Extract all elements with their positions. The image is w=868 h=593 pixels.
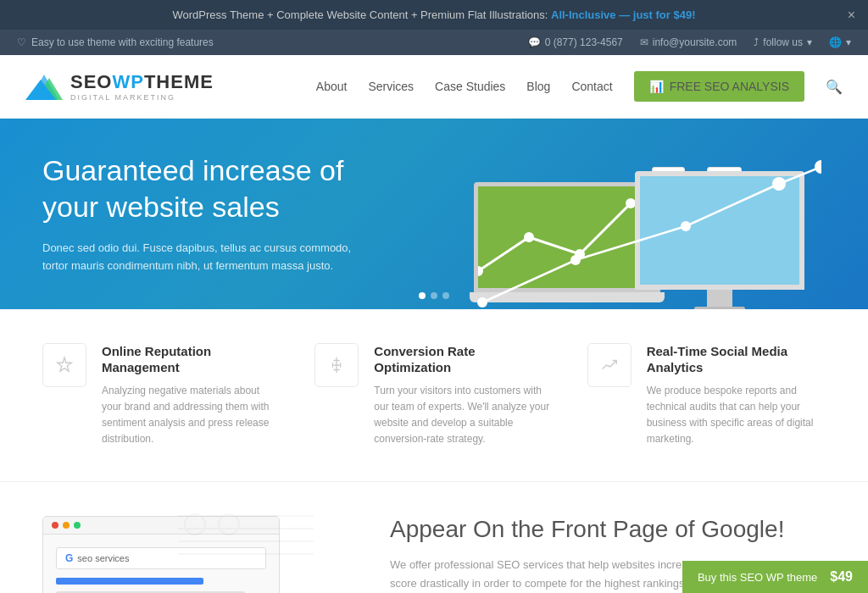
- browser-dot-yellow: [63, 522, 70, 529]
- email-link[interactable]: info@yoursite.com: [653, 36, 737, 48]
- close-button[interactable]: ×: [848, 8, 855, 23]
- search-icon[interactable]: 🔍: [826, 79, 843, 95]
- svg-point-20: [185, 514, 205, 535]
- nav-cta-button[interactable]: 📊 FREE SEO ANALYSIS: [634, 71, 804, 102]
- hero-heading: Guaranteed increase of your website sale…: [42, 152, 398, 224]
- follow-item[interactable]: ⤴ follow us ▾: [754, 36, 812, 48]
- feature-reputation-body: Online Reputation Management Analyzing n…: [102, 343, 281, 448]
- nav-about[interactable]: About: [316, 80, 348, 93]
- feature-conversion-title: Conversion Rate Optimization: [374, 343, 553, 376]
- nav-blog[interactable]: Blog: [526, 80, 550, 93]
- utility-bar: ♡ Easy to use theme with exciting featur…: [0, 30, 868, 55]
- email-item: ✉ info@yoursite.com: [640, 36, 737, 48]
- utility-right: 💬 0 (877) 123-4567 ✉ info@yoursite.com ⤴…: [528, 36, 851, 48]
- brand-name: SEOWPTHEME: [70, 71, 214, 93]
- email-icon: ✉: [640, 36, 648, 48]
- logo[interactable]: SEOWPTHEME DIGITAL MARKETING: [25, 68, 214, 106]
- monitor-screen-inner: [640, 176, 799, 285]
- laptop-screen: [474, 182, 660, 292]
- utility-tagline: Easy to use theme with exciting features: [31, 36, 214, 48]
- browser-dot-green: [74, 522, 81, 529]
- decorative-lines: [170, 507, 322, 592]
- brand-wp: WP: [112, 71, 143, 92]
- cta-label: FREE SEO ANALYSIS: [670, 80, 789, 93]
- brand-seo: SEO: [70, 71, 112, 92]
- hero-body: Donec sed odio dui. Fusce dapibus, tellu…: [42, 240, 356, 275]
- svg-point-4: [524, 232, 534, 242]
- announcement-bar: WordPress Theme + Complete Website Conte…: [0, 0, 868, 30]
- sticky-footer-label: Buy this SEO WP theme: [698, 571, 817, 584]
- nav-case-studies[interactable]: Case Studies: [435, 80, 505, 93]
- feature-conversion-desc: Turn your visitors into customers with o…: [374, 383, 553, 448]
- follow-label: follow us: [763, 36, 803, 48]
- phone-icon: 💬: [528, 36, 541, 48]
- hero-illustration: SEO SMM: [436, 136, 843, 309]
- feature-reputation-desc: Analyzing negative materials about your …: [102, 383, 281, 448]
- monitor-screen: [635, 171, 804, 290]
- conversion-icon: [314, 343, 359, 387]
- nav-services[interactable]: Services: [368, 80, 414, 93]
- phone-item: 💬 0 (877) 123-4567: [528, 36, 623, 48]
- globe-icon: 🌐: [829, 36, 842, 48]
- announcement-text: WordPress Theme + Complete Website Conte…: [172, 8, 551, 21]
- sticky-footer: Buy this SEO WP theme $49: [682, 561, 868, 593]
- nav-contact[interactable]: Contact: [571, 80, 612, 93]
- feature-analytics-title: Real-Time Social Media Analytics: [647, 343, 826, 376]
- google-logo: G: [65, 552, 73, 564]
- language-dropdown-icon: ▾: [846, 36, 851, 48]
- features-section: Online Reputation Management Analyzing n…: [0, 309, 868, 483]
- share-icon: ⤴: [754, 36, 759, 48]
- feature-reputation: Online Reputation Management Analyzing n…: [42, 343, 281, 448]
- bottom-left: G seo services: [42, 516, 339, 593]
- heart-icon: ♡: [17, 36, 26, 48]
- utility-left: ♡ Easy to use theme with exciting featur…: [17, 36, 214, 48]
- logo-icon: [25, 68, 64, 106]
- follow-dropdown-icon: ▾: [807, 36, 812, 48]
- hero-dot-2[interactable]: [431, 292, 437, 299]
- brand-theme: THEME: [144, 71, 214, 92]
- reputation-icon: [42, 343, 86, 387]
- logo-text: SEOWPTHEME DIGITAL MARKETING: [70, 71, 214, 102]
- feature-reputation-title: Online Reputation Management: [102, 343, 281, 376]
- hero-content: Guaranteed increase of your website sale…: [42, 152, 398, 275]
- phone-link[interactable]: 0 (877) 123-4567: [545, 36, 623, 48]
- logo-tagline: DIGITAL MARKETING: [70, 93, 214, 102]
- google-search-text: seo services: [77, 553, 129, 563]
- feature-analytics-body: Real-Time Social Media Analytics We prod…: [647, 343, 826, 448]
- language-item[interactable]: 🌐 ▾: [829, 36, 851, 48]
- monitor-illustration: [635, 171, 804, 308]
- hero-dots: [419, 292, 449, 299]
- bottom-heading: Appear On the Front Page of Google!: [390, 516, 826, 543]
- sticky-footer-price[interactable]: $49: [830, 569, 853, 585]
- analytics-icon: [587, 343, 632, 387]
- feature-conversion-body: Conversion Rate Optimization Turn your v…: [374, 343, 553, 448]
- laptop-illustration: [474, 182, 660, 302]
- chart-icon: 📊: [649, 80, 664, 93]
- svg-point-5: [575, 249, 585, 259]
- hero-dot-1[interactable]: [419, 292, 426, 299]
- announcement-highlight: All-Inclusive — just for $49!: [551, 8, 696, 21]
- hero-section: Guaranteed increase of your website sale…: [0, 119, 868, 309]
- nav-links: About Services Case Studies Blog Contact…: [316, 71, 843, 102]
- browser-dot-red: [52, 522, 58, 529]
- svg-point-21: [219, 514, 239, 535]
- feature-conversion: Conversion Rate Optimization Turn your v…: [314, 343, 553, 448]
- chart-svg: [478, 186, 656, 288]
- svg-point-12: [815, 160, 821, 174]
- hero-dot-3[interactable]: [442, 292, 449, 299]
- feature-analytics-desc: We produce bespoke reports and technical…: [647, 383, 826, 448]
- feature-analytics: Real-Time Social Media Analytics We prod…: [587, 343, 826, 448]
- monitor-stand: [707, 290, 732, 307]
- monitor-base: [694, 307, 745, 308]
- navbar: SEOWPTHEME DIGITAL MARKETING About Servi…: [0, 55, 868, 119]
